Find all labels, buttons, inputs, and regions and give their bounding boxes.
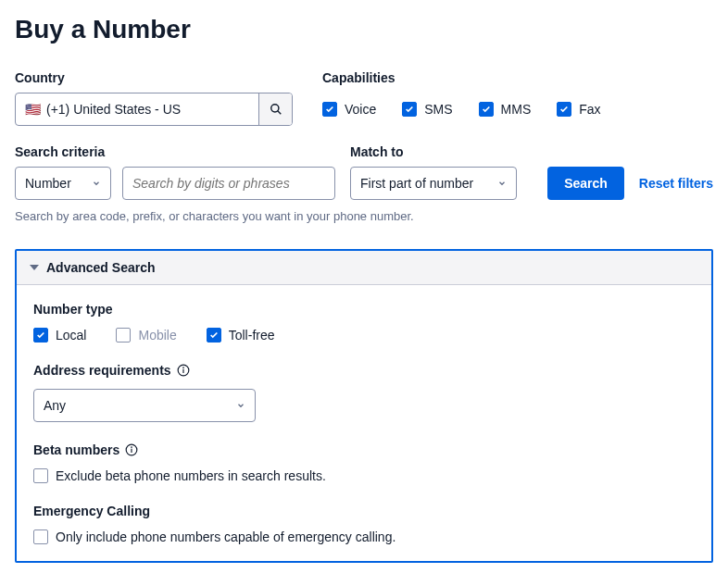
search-icon: [270, 103, 282, 116]
country-select[interactable]: 🇺🇸 (+1) United States - US: [15, 93, 293, 126]
number-type-tollfree[interactable]: Toll-free: [207, 328, 275, 343]
search-criteria-field: Search criteria Number: [15, 144, 335, 200]
sms-checkbox[interactable]: [402, 102, 417, 117]
search-button[interactable]: Search: [547, 167, 624, 200]
match-to-field: Match to First part of number: [350, 144, 517, 200]
capabilities-field: Capabilities Voice SMS MMS Fax: [322, 70, 601, 126]
country-field: Country 🇺🇸 (+1) United States - US: [15, 70, 293, 126]
number-type-local[interactable]: Local: [33, 328, 86, 343]
mobile-checkbox: [116, 328, 131, 343]
triangle-down-icon: [30, 265, 39, 270]
beta-numbers-label: Beta numbers: [33, 442, 695, 457]
emergency-calling-option[interactable]: Only include phone numbers capable of em…: [33, 529, 695, 544]
advanced-search-panel: Advanced Search Number type Local Mobile…: [15, 249, 713, 563]
exclude-beta-option[interactable]: Exclude beta phone numbers in search res…: [33, 468, 695, 483]
search-hint: Search by area code, prefix, or characte…: [15, 209, 713, 223]
local-checkbox[interactable]: [33, 328, 48, 343]
emergency-calling-label: Emergency Calling: [33, 504, 695, 518]
search-criteria-label: Search criteria: [15, 144, 335, 159]
address-requirements-label: Address requirements: [33, 363, 695, 378]
capability-voice[interactable]: Voice: [322, 102, 376, 117]
number-type-label: Number type: [33, 302, 695, 317]
mms-checkbox[interactable]: [479, 102, 494, 117]
info-icon[interactable]: [125, 443, 138, 456]
voice-checkbox[interactable]: [322, 102, 337, 117]
svg-line-1: [277, 111, 281, 115]
address-requirements-section: Address requirements Any: [33, 363, 695, 422]
match-to-select[interactable]: First part of number: [350, 167, 517, 200]
number-type-section: Number type Local Mobile Toll-free: [33, 302, 695, 343]
capabilities-label: Capabilities: [322, 70, 601, 85]
country-search-button[interactable]: [258, 93, 292, 125]
us-flag-icon: 🇺🇸: [25, 102, 41, 117]
svg-point-4: [182, 367, 183, 368]
svg-point-7: [132, 447, 132, 448]
page-title: Buy a Number: [15, 15, 713, 44]
advanced-search-toggle[interactable]: Advanced Search: [17, 251, 711, 285]
address-requirements-select[interactable]: Any: [33, 389, 256, 422]
beta-numbers-section: Beta numbers Exclude beta phone numbers …: [33, 442, 695, 483]
emergency-calling-section: Emergency Calling Only include phone num…: [33, 504, 695, 544]
criteria-type-select[interactable]: Number: [15, 167, 111, 200]
chevron-down-icon: [236, 401, 245, 410]
number-type-mobile: Mobile: [116, 328, 176, 343]
info-icon[interactable]: [177, 364, 190, 377]
exclude-beta-checkbox[interactable]: [33, 468, 48, 483]
search-input[interactable]: [122, 167, 335, 200]
capability-fax[interactable]: Fax: [557, 102, 600, 117]
reset-filters-link[interactable]: Reset filters: [639, 167, 713, 200]
chevron-down-icon: [497, 179, 507, 188]
match-to-label: Match to: [350, 144, 517, 159]
country-value: (+1) United States - US: [46, 102, 181, 117]
capability-mms[interactable]: MMS: [479, 102, 532, 117]
svg-point-0: [270, 105, 278, 112]
fax-checkbox[interactable]: [557, 102, 571, 117]
chevron-down-icon: [92, 179, 101, 188]
capability-sms[interactable]: SMS: [402, 102, 452, 117]
emergency-calling-checkbox[interactable]: [33, 529, 48, 544]
tollfree-checkbox[interactable]: [207, 328, 221, 343]
country-label: Country: [15, 70, 293, 85]
